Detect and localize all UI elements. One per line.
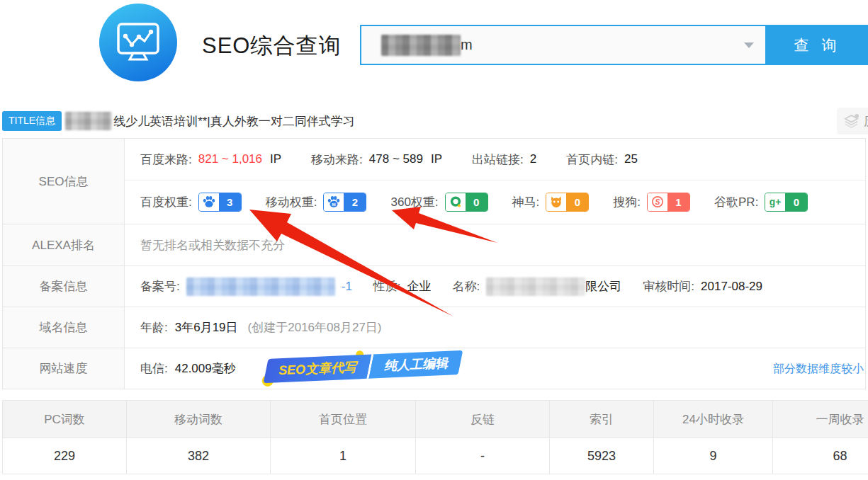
- value-mobile-words: 382: [127, 438, 271, 474]
- 360-weight-badge[interactable]: 0: [445, 193, 488, 212]
- header-index: 索引: [550, 401, 654, 438]
- google-pr-badge[interactable]: g+ 0: [765, 193, 808, 212]
- shenma-icon: [546, 193, 566, 211]
- value-24h-included: 9: [654, 438, 773, 474]
- row-label-speed: 网站速度: [3, 348, 125, 389]
- masked-domain: [381, 35, 461, 56]
- baidu-weight-badge[interactable]: 3: [198, 193, 242, 212]
- seo-content: 百度来路: 821 ~ 1,016 IP 移动来路: 478 ~ 589 IP …: [125, 139, 865, 224]
- svg-text:S: S: [655, 198, 660, 206]
- beian-audit-time: 审核时间: 2017-08-29: [643, 278, 762, 295]
- masked-beian-number: [186, 278, 335, 296]
- 360-circle-icon: [446, 193, 466, 211]
- weight-baidu: 百度权重: 3: [140, 193, 242, 212]
- sogou-weight-badge[interactable]: S 1: [647, 193, 690, 212]
- header-mobile-words: 移动词数: [127, 401, 271, 438]
- masked-title-prefix: [65, 112, 112, 130]
- domain-age-value: 3年6月19日: [175, 319, 238, 336]
- stats-header-row: PC词数 移动词数 首页位置 反链 索引 24小时收录 一周收录: [3, 401, 868, 438]
- baidu-paw-m-icon: M: [324, 193, 344, 211]
- row-alexa: ALEXA排名 暂无排名或相关数据不充分: [3, 224, 865, 265]
- value-backlinks: -: [416, 438, 550, 474]
- header-homepage-position: 首页位置: [271, 401, 416, 438]
- data-notice-link[interactable]: 部分数据维度较小: [773, 361, 864, 376]
- stat-homepage-links: 首页内链: 25: [566, 152, 638, 168]
- row-domain: 域名信息 年龄: 3年6月19日 (创建于2016年08月27日): [3, 307, 865, 348]
- domain-age-label: 年龄:: [140, 319, 168, 336]
- row-seo-info: SEO信息 百度来路: 821 ~ 1,016 IP 移动来路: 478 ~ 5…: [3, 139, 865, 224]
- baidu-paw-icon: [199, 193, 219, 211]
- telecom-label: 电信:: [140, 360, 168, 377]
- beian-nature: 性质: 企业: [373, 278, 432, 295]
- value-index: 5923: [550, 438, 654, 474]
- search-input[interactable]: m: [361, 35, 733, 56]
- row-label-domain: 域名信息: [3, 307, 125, 348]
- weight-shenma: 神马: 0: [512, 193, 590, 212]
- stats-value-row: 229 382 1 - 5923 9 68: [3, 438, 868, 474]
- monitor-chart-icon: [99, 4, 177, 81]
- value-pc-words: 229: [3, 438, 127, 474]
- ad-text-right: 纯人工编辑: [367, 350, 463, 379]
- seo-weights-line: 百度权重: 3 移动权重:: [125, 181, 865, 223]
- keyword-stats-table: PC词数 移动词数 首页位置 反链 索引 24小时收录 一周收录 229 382…: [2, 400, 868, 474]
- google-plus-icon: g+: [765, 193, 785, 211]
- row-label-alexa: ALEXA排名: [3, 224, 125, 265]
- header-backlinks: 反链: [416, 401, 550, 438]
- search-value-visible: m: [461, 37, 473, 53]
- stat-mobile-traffic: 移动来路: 478 ~ 589 IP: [311, 152, 442, 168]
- masked-company-name: [486, 278, 585, 296]
- beian-number: 备案号: -1: [140, 278, 352, 296]
- value-homepage-position: 1: [271, 438, 416, 474]
- baidu-mobile-weight-badge[interactable]: M 2: [323, 193, 366, 212]
- telecom-value: 42.009毫秒: [175, 360, 236, 377]
- search-box: m: [360, 25, 767, 65]
- stat-outbound-links: 出站链接: 2: [472, 152, 536, 168]
- title-bar: TITLE信息 线少儿英语培训**|真人外教一对二同伴式学习 历: [2, 110, 868, 132]
- header-pc-words: PC词数: [3, 401, 127, 438]
- row-beian: 备案信息 备案号: -1 性质: 企业 名称: 有限公司 审核时间: 2017-…: [3, 265, 865, 307]
- seo-traffic-line: 百度来路: 821 ~ 1,016 IP 移动来路: 478 ~ 589 IP …: [125, 139, 865, 181]
- domain-created-note: (创建于2016年08月27日): [248, 319, 382, 336]
- weight-mobile: 移动权重: M 2: [266, 193, 367, 212]
- history-button[interactable]: 历: [837, 108, 868, 135]
- svg-text:g+: g+: [770, 197, 781, 207]
- header-24h-included: 24小时收录: [654, 401, 773, 438]
- layers-icon: [843, 113, 859, 130]
- ad-text-left: SEO文章代写: [264, 354, 372, 383]
- sogou-icon: S: [648, 193, 667, 211]
- value-week-included: 68: [773, 438, 868, 474]
- search-dropdown-toggle[interactable]: [733, 26, 765, 64]
- weight-sogou: 搜狗: S 1: [613, 193, 690, 212]
- page-title-text: 线少儿英语培训**|真人外教一对二同伴式学习: [113, 113, 355, 130]
- query-button[interactable]: 查 询: [767, 25, 868, 65]
- weight-google-pr: 谷歌PR: g+ 0: [714, 193, 808, 212]
- page-title: SEO综合查询: [202, 31, 341, 61]
- header-week-included: 一周收录: [773, 401, 868, 438]
- title-info-badge: TITLE信息: [2, 111, 62, 131]
- row-label-seo: SEO信息: [3, 139, 125, 224]
- weight-360: 360权重: 0: [390, 193, 487, 212]
- beian-number-link[interactable]: -1: [342, 280, 352, 294]
- shenma-weight-badge[interactable]: 0: [546, 193, 589, 212]
- beian-company-name: 名称: 有限公司: [453, 278, 622, 296]
- history-label: 历: [864, 113, 868, 130]
- chevron-down-icon: [744, 42, 754, 48]
- svg-text:M: M: [332, 202, 336, 207]
- app-logo: [99, 4, 177, 81]
- stat-baidu-traffic: 百度来路: 821 ~ 1,016 IP: [140, 152, 281, 168]
- row-label-beian: 备案信息: [3, 266, 125, 307]
- alexa-no-data-text: 暂无排名或相关数据不充分: [140, 237, 285, 253]
